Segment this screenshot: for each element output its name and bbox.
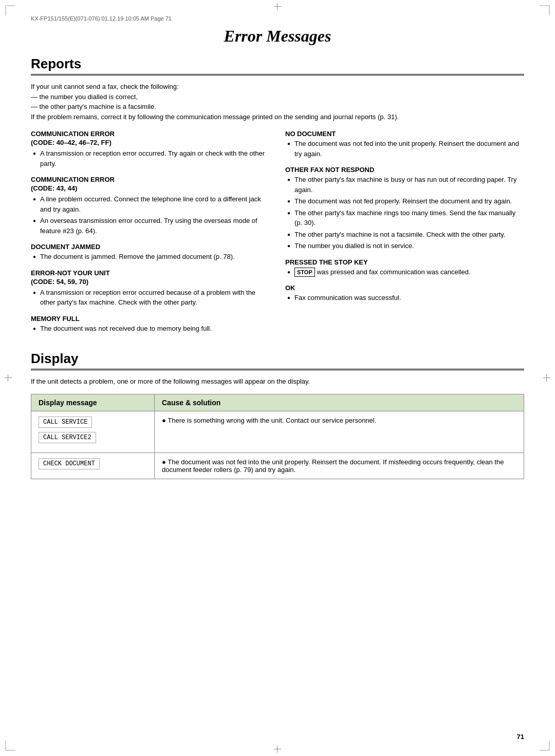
table-row-1-cause: ● There is something wrong with the unit… bbox=[155, 411, 524, 452]
comm-error-2-title: COMMUNICATION ERROR bbox=[31, 176, 270, 183]
table-row-2-cause: ● The document was not fed into the unit… bbox=[155, 452, 524, 479]
msg-box-call-service: CALL SERVICE bbox=[39, 417, 92, 428]
comm-error-2-block: COMMUNICATION ERROR (CODE: 43, 44) A lin… bbox=[31, 176, 270, 236]
display-section: Display If the unit detects a problem, o… bbox=[31, 351, 524, 479]
corner-mark-bl bbox=[5, 741, 15, 751]
comm-error-1-block: COMMUNICATION ERROR (CODE: 40–42, 46–72,… bbox=[31, 130, 270, 168]
no-document-item-1: The document was not fed into the unit p… bbox=[287, 139, 524, 159]
comm-error-2-item-2: An overseas transmission error occurred.… bbox=[33, 216, 270, 236]
reports-intro: If your unit cannot send a fax, check th… bbox=[31, 82, 524, 122]
other-fax-title: OTHER FAX NOT RESPOND bbox=[285, 166, 524, 174]
comm-error-2-subtitle: (CODE: 43, 44) bbox=[31, 184, 270, 192]
table-row-1: CALL SERVICE CALL SERVICE2 ● There is so… bbox=[31, 411, 524, 452]
table-row-2: CHECK DOCUMENT ● The document was not fe… bbox=[31, 452, 524, 479]
pressed-stop-item-1: STOP was pressed and fax communication w… bbox=[287, 267, 524, 277]
center-mark-top bbox=[273, 3, 282, 11]
side-mark-left bbox=[4, 374, 12, 382]
intro-line-1: If your unit cannot send a fax, check th… bbox=[31, 83, 179, 90]
right-column: NO DOCUMENT The document was not fed int… bbox=[285, 130, 524, 341]
other-fax-item-2: The document was not fed properly. Reins… bbox=[287, 196, 524, 206]
page: KX-FP151/155(E)(071-076) 01.12.19 10:05 … bbox=[0, 0, 555, 756]
pressed-stop-title: PRESSED THE STOP KEY bbox=[285, 258, 524, 266]
no-document-list: The document was not fed into the unit p… bbox=[285, 139, 524, 159]
table-row-2-messages: CHECK DOCUMENT bbox=[31, 452, 155, 479]
memory-full-list: The document was not received due to mem… bbox=[31, 324, 270, 334]
stop-key-label: STOP bbox=[294, 268, 315, 277]
comm-error-1-item-1: A transmission or reception error occurr… bbox=[33, 148, 270, 168]
no-document-title: NO DOCUMENT bbox=[285, 130, 524, 138]
memory-full-item-1: The document was not received due to mem… bbox=[33, 324, 270, 334]
error-not-your-unit-subtitle: (CODE: 54, 59, 70) bbox=[31, 278, 270, 286]
ok-title: OK bbox=[285, 284, 524, 292]
comm-error-1-title: COMMUNICATION ERROR bbox=[31, 130, 270, 138]
other-fax-list: The other party's fax machine is busy or… bbox=[285, 175, 524, 251]
no-document-block: NO DOCUMENT The document was not fed int… bbox=[285, 130, 524, 159]
error-columns: COMMUNICATION ERROR (CODE: 40–42, 46–72,… bbox=[31, 130, 524, 341]
intro-line-3: — the other party's machine is a facsimi… bbox=[31, 103, 156, 110]
corner-mark-tr bbox=[540, 5, 550, 15]
other-fax-item-3: The other party's fax machine rings too … bbox=[287, 208, 524, 228]
doc-jammed-title: DOCUMENT JAMMED bbox=[31, 243, 270, 251]
comm-error-2-item-1: A line problem occurred. Connect the tel… bbox=[33, 194, 270, 214]
page-number: 71 bbox=[517, 733, 524, 741]
reports-heading: Reports bbox=[31, 56, 524, 75]
table-row-1-messages: CALL SERVICE CALL SERVICE2 bbox=[31, 411, 155, 452]
ok-list: Fax communication was successful. bbox=[285, 293, 524, 303]
comm-error-2-list: A line problem occurred. Connect the tel… bbox=[31, 194, 270, 236]
doc-jammed-list: The document is jammed. Remove the jamme… bbox=[31, 252, 270, 262]
pressed-stop-list: STOP was pressed and fax communication w… bbox=[285, 267, 524, 277]
display-table: Display message Cause & solution CALL SE… bbox=[31, 394, 524, 479]
other-fax-block: OTHER FAX NOT RESPOND The other party's … bbox=[285, 166, 524, 251]
page-header: KX-FP151/155(E)(071-076) 01.12.19 10:05 … bbox=[31, 15, 524, 22]
corner-mark-br bbox=[540, 741, 550, 751]
error-not-your-unit-title: ERROR-NOT YOUR UNIT bbox=[31, 269, 270, 277]
side-mark-right bbox=[543, 374, 551, 382]
left-column: COMMUNICATION ERROR (CODE: 40–42, 46–72,… bbox=[31, 130, 270, 341]
intro-line-4: If the problem remains, correct it by fo… bbox=[31, 113, 399, 121]
pressed-stop-block: PRESSED THE STOP KEY STOP was pressed an… bbox=[285, 258, 524, 277]
main-title: Error Messages bbox=[31, 27, 524, 46]
ok-block: OK Fax communication was successful. bbox=[285, 284, 524, 303]
comm-error-1-subtitle: (CODE: 40–42, 46–72, FF) bbox=[31, 139, 270, 146]
doc-jammed-item-1: The document is jammed. Remove the jamme… bbox=[33, 252, 270, 262]
intro-line-2: — the number you dialled is correct, bbox=[31, 93, 138, 101]
center-mark-bottom bbox=[273, 745, 282, 753]
other-fax-item-5: The number you dialled is not in service… bbox=[287, 241, 524, 251]
corner-mark-tl bbox=[5, 5, 15, 15]
other-fax-item-1: The other party's fax machine is busy or… bbox=[287, 175, 524, 195]
display-heading: Display bbox=[31, 351, 524, 370]
doc-jammed-block: DOCUMENT JAMMED The document is jammed. … bbox=[31, 243, 270, 262]
msg-box-check-document: CHECK DOCUMENT bbox=[39, 458, 100, 469]
memory-full-block: MEMORY FULL The document was not receive… bbox=[31, 315, 270, 334]
msg-box-call-service2: CALL SERVICE2 bbox=[39, 432, 96, 443]
error-not-your-unit-block: ERROR-NOT YOUR UNIT (CODE: 54, 59, 70) A… bbox=[31, 269, 270, 308]
table-header-col2: Cause & solution bbox=[155, 394, 524, 411]
table-header-col1: Display message bbox=[31, 394, 155, 411]
memory-full-title: MEMORY FULL bbox=[31, 315, 270, 323]
ok-item-1: Fax communication was successful. bbox=[287, 293, 524, 303]
display-intro: If the unit detects a problem, one or mo… bbox=[31, 376, 524, 387]
error-not-your-unit-list: A transmission or reception error occurr… bbox=[31, 288, 270, 308]
comm-error-1-list: A transmission or reception error occurr… bbox=[31, 148, 270, 168]
error-not-your-unit-item-1: A transmission or reception error occurr… bbox=[33, 288, 270, 308]
other-fax-item-4: The other party's machine is not a facsi… bbox=[287, 230, 524, 240]
